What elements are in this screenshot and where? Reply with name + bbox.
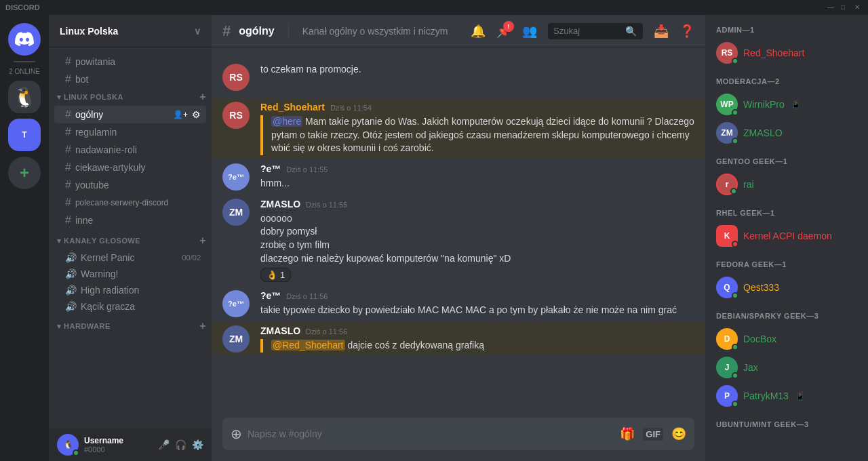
section-title-ubuntu: UBUNTU/MINT GEEK—3: [711, 420, 863, 428]
avatar: ?e™: [222, 290, 250, 317]
member-item-kernel[interactable]: K Kernel ACPI daemon: [711, 222, 863, 249]
message-timestamp: Dziś o 11:56: [306, 327, 347, 336]
channel-item-bot[interactable]: # bot: [54, 71, 206, 88]
add-voice-channel-icon[interactable]: +: [199, 235, 206, 247]
message-text: takie typowie dziecko by powiedziało MAC…: [260, 304, 694, 317]
members-icon[interactable]: 👥: [522, 24, 537, 39]
member-name: DocBox: [743, 334, 776, 344]
message-text: oooooo dobry pomysł zrobię o tym film dl…: [260, 212, 694, 265]
members-section-rhel: RHEL GEEK—1 K Kernel ACPI daemon: [711, 209, 863, 249]
message-text: @here Mam takie pytanie do Was. Jakich k…: [260, 115, 694, 155]
channel-item-nadawanie-roli[interactable]: # nadawanie-roli: [54, 141, 206, 159]
avatar: ZM: [222, 199, 250, 226]
gift-icon[interactable]: 🎁: [620, 426, 635, 441]
header-divider: [288, 23, 289, 39]
section-header-voice[interactable]: ▾ KANAŁY GŁOSOWE +: [49, 232, 212, 249]
hash-icon: #: [65, 144, 71, 156]
voice-channel-warning[interactable]: 🔊 Warning!: [54, 266, 206, 282]
close-button[interactable]: ✕: [854, 3, 863, 12]
member-item-red-shoehart[interactable]: RS Red_Shoehart: [711, 39, 863, 66]
settings-icon[interactable]: ⚙️: [192, 439, 203, 450]
input-actions: 🎁 GIF 😊: [620, 426, 686, 441]
gif-icon[interactable]: GIF: [643, 428, 663, 441]
attach-icon[interactable]: ⊕: [231, 418, 242, 450]
member-avatar: r: [716, 174, 738, 195]
member-item-jax[interactable]: J Jax: [711, 354, 863, 381]
message-group: ?e™ ?e™ Dziś o 11:55 hmm...: [212, 161, 705, 193]
member-item-patryk[interactable]: P PatrykM13 📱: [711, 382, 863, 409]
status-dot: [732, 344, 738, 350]
hash-icon: #: [65, 197, 71, 209]
search-bar[interactable]: 🔍: [548, 23, 643, 39]
channel-item-youtube[interactable]: # youtube: [54, 176, 206, 194]
channel-section-linux-polska: ▾ LINUX POLSKA + # ogólny 👤+ ⚙ # regulam…: [49, 88, 212, 229]
message-author[interactable]: ?e™: [260, 290, 281, 301]
linux-server-icon[interactable]: 🐧: [8, 81, 41, 113]
section-header-hardware[interactable]: ▾ HARDWARE +: [49, 317, 212, 335]
section-title-moderacja: MODERACJA—2: [711, 77, 863, 85]
message-timestamp: Dziś o 11:55: [306, 201, 347, 209]
discord-server-icon[interactable]: [8, 23, 41, 56]
mic-icon[interactable]: 🎤: [158, 439, 170, 450]
member-item-qest333[interactable]: Q Qest333: [711, 274, 863, 301]
member-avatar: RS: [716, 42, 738, 64]
minimize-button[interactable]: —: [827, 3, 835, 12]
message-author[interactable]: ZMASLO: [260, 325, 300, 336]
user-avatar: 🐧: [57, 434, 79, 456]
message-input[interactable]: [248, 420, 614, 447]
user-status-dot: [73, 449, 79, 456]
channel-item-ogolny[interactable]: # ogólny 👤+ ⚙: [54, 106, 206, 123]
message-author[interactable]: ?e™: [260, 163, 281, 174]
message-group: ZM ZMASLO Dziś o 11:56 @Red_Shoehart daj…: [212, 323, 705, 355]
server-header[interactable]: Linux Polska ∨: [49, 15, 212, 47]
member-item-wirnikpro[interactable]: WP WirnikPro 📱: [711, 91, 863, 118]
theinfo-server-icon[interactable]: T: [8, 119, 41, 151]
channel-hash-icon: #: [222, 22, 231, 40]
maximize-button[interactable]: □: [841, 3, 849, 12]
section-header-linux-polska[interactable]: ▾ LINUX POLSKA +: [49, 88, 212, 106]
hash-icon: #: [65, 73, 71, 85]
headphones-icon[interactable]: 🎧: [175, 439, 186, 450]
emoji-reaction[interactable]: 👌 1: [260, 268, 291, 282]
settings-icon[interactable]: ⚙: [192, 109, 201, 120]
hash-icon: #: [65, 56, 71, 68]
message-author[interactable]: ZMASLO: [260, 199, 300, 209]
username: Username: [84, 436, 123, 445]
voice-channel-kacik-gracza[interactable]: 🔊 Kącik gracza: [54, 298, 206, 315]
add-channel-icon[interactable]: +: [199, 91, 206, 103]
member-avatar: J: [716, 357, 738, 378]
member-avatar: D: [716, 328, 738, 350]
member-item-docbox[interactable]: D DocBox: [711, 325, 863, 353]
pin-icon[interactable]: 📌 !: [496, 24, 511, 39]
bell-icon[interactable]: 🔔: [471, 24, 486, 39]
member-name: Red_Shoehart: [743, 47, 804, 58]
voice-channel-high-radiation[interactable]: 🔊 High radiation: [54, 282, 206, 298]
notification-badge: !: [503, 21, 514, 32]
message-content: Red_Shoehart Dziś o 11:54 @here Mam taki…: [260, 102, 694, 155]
channel-item-polecane-serwery[interactable]: # polecane-serwery-discord: [54, 194, 206, 212]
add-server-button[interactable]: +: [8, 157, 41, 189]
search-input[interactable]: [553, 26, 621, 36]
help-icon[interactable]: ❓: [679, 24, 694, 39]
channel-item-inne[interactable]: # inne: [54, 212, 206, 229]
add-hardware-channel-icon[interactable]: +: [199, 320, 206, 332]
channel-header: # ogólny Kanał ogólny o wszystkim i nicz…: [212, 15, 705, 47]
channel-item-regulamin[interactable]: # regulamin: [54, 123, 206, 141]
status-dot: [732, 109, 738, 116]
channel-item-powitania[interactable]: # powitania: [54, 53, 206, 71]
member-item-zmaslo[interactable]: ZM ZMASLO: [711, 119, 863, 146]
voice-channel-kernel-panic[interactable]: 🔊 Kernel Panic 00/02: [54, 249, 206, 266]
member-item-rai[interactable]: r rai: [711, 171, 863, 198]
inbox-icon[interactable]: 📥: [654, 24, 669, 39]
bottom-actions: 🎤 🎧 ⚙️: [158, 439, 203, 450]
reaction-emoji: 👌: [267, 270, 277, 280]
message-input-bar: ⊕ 🎁 GIF 😊: [222, 418, 694, 450]
channel-section-hardware: ▾ HARDWARE +: [49, 317, 212, 335]
channel-item-ciekawe-artykuly[interactable]: # ciekawe-artykuły: [54, 159, 206, 176]
window-controls[interactable]: — □ ✕: [827, 3, 863, 12]
message-content: ?e™ Dziś o 11:56 takie typowie dziecko b…: [260, 290, 694, 317]
member-name: Jax: [743, 362, 758, 373]
emoji-icon[interactable]: 😊: [671, 426, 686, 441]
header-actions: 🔔 📌 ! 👥 🔍 📥 ❓: [471, 23, 694, 39]
message-author[interactable]: Red_Shoehart: [260, 102, 325, 113]
